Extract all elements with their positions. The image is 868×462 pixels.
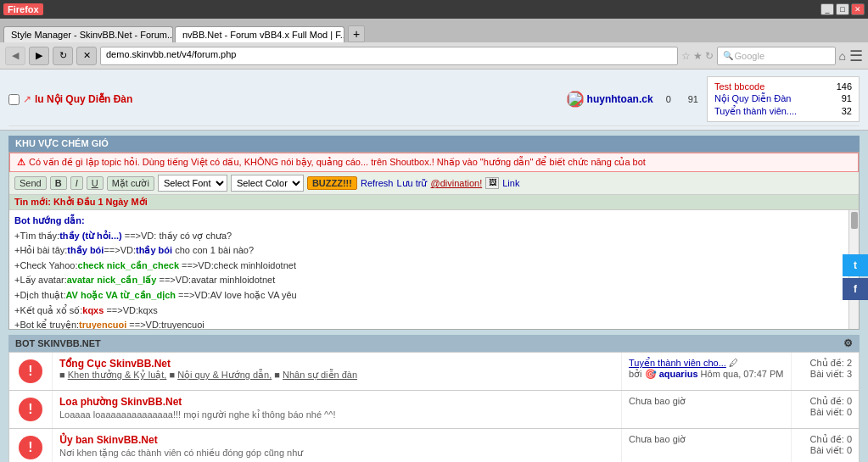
tab-style-manager[interactable]: Style Manager - SkinvBB.Net - Forum... ✕ xyxy=(3,26,173,42)
forum-item-stats: Chủ đề: 2 Bài viết: 3 xyxy=(791,353,859,390)
shout-entry: +Kết quả xổ số:kqxs ==>VD:kqxs xyxy=(14,303,835,319)
search-placeholder: Google xyxy=(735,51,764,61)
back-button[interactable]: ◀ xyxy=(5,47,25,65)
browser-toolbar: ◀ ▶ ↻ ✕ demo.skinvbb.net/v4/forum.php ☆ … xyxy=(0,42,868,70)
home-button[interactable]: ⌂ xyxy=(839,49,846,63)
bookmarks-button[interactable]: ☰ xyxy=(849,47,863,65)
forum-item: ! Tổng Cục SkinvBB.Net ■ Khen thưởng & K… xyxy=(8,352,860,391)
sub-forum-link[interactable]: Nhân sự diễn đàn xyxy=(283,370,357,380)
forum-user: huynhtoan.ck xyxy=(587,93,653,105)
forum-item-body: Ủy ban SkinvBB.Net Nơi khen tặng các thà… xyxy=(52,429,621,462)
forum-item: ! Loa phường SkinvBB.Net Loaaaa loaaaaaa… xyxy=(8,391,860,429)
last-post-text: Chưa bao giờ xyxy=(629,396,686,406)
address-bar[interactable]: demo.skinvbb.net/v4/forum.php xyxy=(100,47,678,65)
shoutbox-content[interactable]: Bot hướng dẫn: +Tìm thầy:thầy (từ hỏi...… xyxy=(9,210,859,329)
warning-icon: ⚠ xyxy=(17,157,25,168)
forum-item-title[interactable]: Tổng Cục SkinvBB.Net xyxy=(59,358,614,370)
minimize-button[interactable]: _ xyxy=(820,3,834,15)
close-button[interactable]: ✕ xyxy=(851,3,865,15)
forum-item-last: Tuyển thành viên cho... 🖊 bởi 🎯 aquarius… xyxy=(621,353,791,390)
page-wrapper: ↗ lu Nội Quy Diễn Đàn huynhtoan.ck 0 91 … xyxy=(0,70,868,462)
right-panel-link[interactable]: Tuyển thành viên.... xyxy=(714,106,797,117)
last-post-link[interactable]: Tuyển thành viên cho... xyxy=(629,358,726,368)
shout-entry: +Check Yahoo:check nick_cần_check ==>VD:… xyxy=(14,259,835,274)
shoutbox-new-label: Tin mới: xyxy=(14,197,51,207)
forum-item-body: Loa phường SkinvBB.Net Loaaaa loaaaaaaaa… xyxy=(52,391,621,428)
refresh-link[interactable]: Refresh xyxy=(361,178,394,188)
forum-item-stats: Chủ đề: 0 Bài viết: 0 xyxy=(791,391,859,428)
tab-nvbb[interactable]: nvBB.Net - Forum vBB4.x Full Mod | F... … xyxy=(175,26,344,42)
shout-entry: +Dịch thuật:AV hoặc VA từ_cần_dịch ==>VD… xyxy=(14,288,835,303)
forum-item-icon: ! xyxy=(9,353,52,390)
forum-item-title[interactable]: Loa phường SkinvBB.Net xyxy=(59,396,614,408)
bot-section-header: BOT SKINVBB.NET ⚙ xyxy=(8,335,860,352)
page-content: ↗ lu Nội Quy Diễn Đàn huynhtoan.ck 0 91 … xyxy=(0,70,868,462)
firefox-logo: Firefox xyxy=(3,3,43,15)
stop-button[interactable]: ✕ xyxy=(76,47,97,65)
forum-item-title[interactable]: Ủy ban SkinvBB.Net xyxy=(59,434,614,446)
buzz-button[interactable]: BUZZZ!!! xyxy=(307,176,357,190)
forum-list: ! Tổng Cục SkinvBB.Net ■ Khen thưởng & K… xyxy=(8,352,860,462)
top-section: ↗ lu Nội Quy Diễn Đàn huynhtoan.ck 0 91 … xyxy=(0,70,868,131)
last-post-text: Chưa bao giờ xyxy=(629,434,686,444)
bold-button[interactable]: B xyxy=(50,176,67,190)
save-link[interactable]: Lưu trữ xyxy=(396,178,427,189)
emoticon-button[interactable]: Mặt cười xyxy=(107,176,154,191)
new-tab-button[interactable]: + xyxy=(348,25,365,42)
forum-item-icon: ! xyxy=(9,429,52,462)
shoutbox-toolbar: Send B I U Mặt cười Select Font Select C… xyxy=(9,172,859,195)
titlebar: Firefox _ □ ✕ xyxy=(0,0,868,19)
window-controls[interactable]: _ □ ✕ xyxy=(820,3,865,15)
forward-button[interactable]: ▶ xyxy=(29,47,49,65)
shoutbox-section-header: KHU VỰC CHÉM GIÓ xyxy=(8,136,860,152)
twitter-button[interactable]: t xyxy=(843,254,868,276)
shoutbox-new-title: Khởi Đầu 1 Ngày Mới xyxy=(53,197,148,207)
forum-checkbox[interactable] xyxy=(8,94,20,105)
search-icon: 🔍 xyxy=(723,51,733,60)
shout-entry: +Bot kể truyện:truyencuoi ==>VD:truyencu… xyxy=(14,318,835,329)
shout-entry: +Hỏi bài tây:thầy bói==>VD:thầy bói cho … xyxy=(14,243,835,259)
search-bar[interactable]: 🔍 Google xyxy=(717,47,836,65)
bot-section-toggle[interactable]: ⚙ xyxy=(843,337,853,349)
font-select[interactable]: Select Font xyxy=(158,175,227,192)
shout-entry: +Tìm thầy:thầy (từ hỏi...) ==>VD: thầy c… xyxy=(14,229,835,244)
underline-button[interactable]: U xyxy=(87,176,104,190)
forum-item-subs: ■ Khen thưởng & Kỷ luật, ■ Nội quy & Hướ… xyxy=(59,370,614,381)
forum-name-link[interactable]: lu Nội Quy Diễn Đàn xyxy=(35,93,132,105)
reload-button[interactable]: ↻ xyxy=(53,47,73,65)
forum-item-body: Tổng Cục SkinvBB.Net ■ Khen thưởng & Kỷ … xyxy=(52,353,621,390)
exclaim-icon: ! xyxy=(19,436,42,459)
forum-arrow-icon: ↗ xyxy=(23,93,31,105)
italic-button[interactable]: I xyxy=(70,176,83,190)
tab-label: Style Manager - SkinvBB.Net - Forum... xyxy=(11,30,173,40)
exclaim-icon: ! xyxy=(19,359,42,383)
forum-item-last: Chưa bao giờ xyxy=(621,429,791,462)
browser-chrome: Firefox _ □ ✕ Style Manager - SkinvBB.Ne… xyxy=(0,0,868,70)
right-panel: Test bbcode 146 Nội Quy Diễn Đàn 91 Tuyể… xyxy=(707,76,860,122)
right-panel-link[interactable]: Test bbcode xyxy=(714,81,764,92)
shout-entry: +Lấy avatar:avatar nick_cần_lấy ==>VD:av… xyxy=(14,273,835,288)
forum-row: ↗ lu Nội Quy Diễn Đàn huynhtoan.ck 0 91 … xyxy=(8,73,860,126)
shoutbox-body: Bot hướng dẫn: +Tìm thầy:thầy (từ hỏi...… xyxy=(9,210,859,329)
link-button[interactable]: Link xyxy=(502,178,519,188)
exclaim-icon: ! xyxy=(19,398,42,421)
send-button[interactable]: Send xyxy=(14,176,47,190)
last-post-by: bởi 🎯 aquarius Hôm qua, 07:47 PM xyxy=(629,369,784,380)
sub-forum-link[interactable]: Khen thưởng & Kỷ luật, xyxy=(68,370,167,380)
right-panel-item: Tuyển thành viên.... 32 xyxy=(714,105,852,118)
shoutbox-title-bar: Tin mới: Khởi Đầu 1 Ngày Mới xyxy=(9,195,859,210)
right-panel-item: Nội Quy Diễn Đàn 91 xyxy=(714,92,852,105)
forum-item-desc: Loaaaa loaaaaaaaaaaaaaa!!! mọi người ngh… xyxy=(59,409,614,420)
forum-stats: 0 91 xyxy=(666,94,698,104)
divination-link[interactable]: @divination! xyxy=(431,178,483,188)
warning-text: Có vấn đề gì lập topic hỏi. Dùng tiếng V… xyxy=(29,157,646,168)
link-icon: 🖼 xyxy=(485,177,499,189)
maximize-button[interactable]: □ xyxy=(836,3,849,15)
right-panel-item: Test bbcode 146 xyxy=(714,81,852,92)
sub-forum-link[interactable]: Nội quy & Hướng dẫn, xyxy=(177,370,272,380)
color-select[interactable]: Select Color xyxy=(231,175,304,192)
facebook-button[interactable]: f xyxy=(843,278,868,300)
forum-item-last: Chưa bao giờ xyxy=(621,391,791,428)
tab-label: nvBB.Net - Forum vBB4.x Full Mod | F... xyxy=(182,30,344,40)
right-panel-link[interactable]: Nội Quy Diễn Đàn xyxy=(714,93,791,104)
